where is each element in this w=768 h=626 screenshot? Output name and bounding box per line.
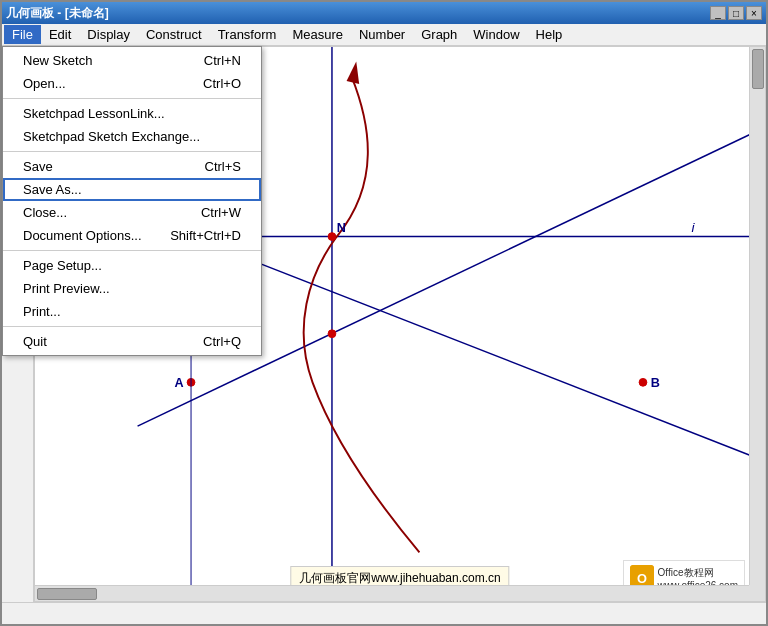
horizontal-scroll-thumb[interactable] — [37, 588, 97, 600]
menu-save[interactable]: Save Ctrl+S — [3, 155, 261, 178]
quit-shortcut: Ctrl+Q — [203, 334, 241, 349]
vertical-scroll-thumb[interactable] — [752, 49, 764, 89]
menu-transform[interactable]: Transform — [210, 25, 285, 44]
svg-point-8 — [328, 233, 336, 241]
svg-text:i: i — [692, 220, 696, 235]
menu-print[interactable]: Print... — [3, 300, 261, 323]
svg-text:N: N — [337, 221, 346, 235]
watermark-text: 几何画板官网www.jihehuaban.com.cn — [299, 571, 500, 585]
new-sketch-label: New Sketch — [23, 53, 92, 68]
window-controls: _ □ × — [710, 6, 762, 20]
menu-window[interactable]: Window — [465, 25, 527, 44]
titlebar: 几何画板 - [未命名] _ □ × — [2, 2, 766, 24]
vertical-scrollbar[interactable] — [749, 47, 765, 585]
separator-4 — [3, 326, 261, 327]
svg-point-10 — [328, 330, 336, 338]
quit-label: Quit — [23, 334, 47, 349]
svg-text:B: B — [651, 376, 660, 390]
file-dropdown: New Sketch Ctrl+N Open... Ctrl+O Sketchp… — [2, 46, 262, 356]
menu-help[interactable]: Help — [528, 25, 571, 44]
minimize-button[interactable]: _ — [710, 6, 726, 20]
horizontal-scrollbar[interactable] — [35, 585, 749, 601]
menu-exchange[interactable]: Sketchpad Sketch Exchange... — [3, 125, 261, 148]
svg-point-13 — [639, 378, 647, 386]
close-label: Close... — [23, 205, 67, 220]
menu-quit[interactable]: Quit Ctrl+Q — [3, 330, 261, 353]
menu-graph[interactable]: Graph — [413, 25, 465, 44]
menu-print-preview[interactable]: Print Preview... — [3, 277, 261, 300]
save-shortcut: Ctrl+S — [205, 159, 241, 174]
svg-line-5 — [191, 237, 750, 456]
menubar: File Edit Display Construct Transform Me… — [2, 24, 766, 46]
page-setup-label: Page Setup... — [23, 258, 102, 273]
menu-open[interactable]: Open... Ctrl+O — [3, 72, 261, 95]
separator-2 — [3, 151, 261, 152]
exchange-label: Sketchpad Sketch Exchange... — [23, 129, 200, 144]
scroll-corner — [749, 585, 765, 601]
menu-close[interactable]: Close... Ctrl+W — [3, 201, 261, 224]
doc-options-label: Document Options... — [23, 228, 142, 243]
menu-number[interactable]: Number — [351, 25, 413, 44]
new-sketch-shortcut: Ctrl+N — [204, 53, 241, 68]
window-title: 几何画板 - [未命名] — [6, 5, 109, 22]
maximize-button[interactable]: □ — [728, 6, 744, 20]
menu-new-sketch[interactable]: New Sketch Ctrl+N — [3, 49, 261, 72]
menu-construct[interactable]: Construct — [138, 25, 210, 44]
logo-line1: Office教程网 — [658, 566, 738, 580]
close-shortcut: Ctrl+W — [201, 205, 241, 220]
lessonlink-label: Sketchpad LessonLink... — [23, 106, 165, 121]
menu-page-setup[interactable]: Page Setup... — [3, 254, 261, 277]
print-label: Print... — [23, 304, 61, 319]
open-shortcut: Ctrl+O — [203, 76, 241, 91]
menu-edit[interactable]: Edit — [41, 25, 79, 44]
main-window: 几何画板 - [未命名] _ □ × File Edit Display Con… — [0, 0, 768, 626]
menu-doc-options[interactable]: Document Options... Shift+Ctrl+D — [3, 224, 261, 247]
save-as-label: Save As... — [23, 182, 82, 197]
menu-save-as[interactable]: Save As... — [3, 178, 261, 201]
doc-options-shortcut: Shift+Ctrl+D — [170, 228, 241, 243]
save-label: Save — [23, 159, 53, 174]
separator-1 — [3, 98, 261, 99]
close-button[interactable]: × — [746, 6, 762, 20]
svg-text:A: A — [175, 376, 184, 390]
statusbar — [2, 602, 766, 624]
print-preview-label: Print Preview... — [23, 281, 110, 296]
menu-file[interactable]: File — [4, 25, 41, 44]
menu-lessonlink[interactable]: Sketchpad LessonLink... — [3, 102, 261, 125]
menu-measure[interactable]: Measure — [284, 25, 351, 44]
svg-text:O: O — [637, 571, 647, 586]
open-label: Open... — [23, 76, 66, 91]
menu-display[interactable]: Display — [79, 25, 138, 44]
separator-3 — [3, 250, 261, 251]
